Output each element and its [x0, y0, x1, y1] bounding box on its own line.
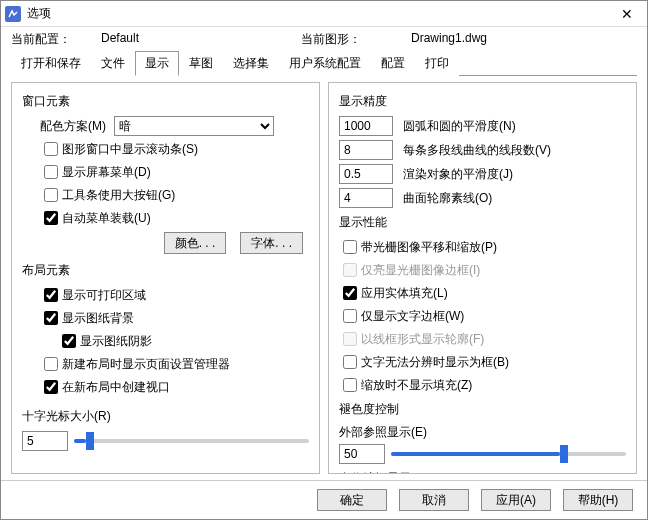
- xref-display-value[interactable]: [339, 444, 385, 464]
- lbl-screen-menu: 显示屏幕菜单(D): [62, 163, 151, 181]
- tab-0[interactable]: 打开和保存: [11, 51, 91, 76]
- chk-pan-zoom-raster[interactable]: [343, 240, 357, 254]
- chk-page-setup-mgr[interactable]: [44, 357, 58, 371]
- lbl-create-viewport: 在新布局中创建视口: [62, 378, 170, 396]
- tab-4[interactable]: 选择集: [223, 51, 279, 76]
- lbl-no-fill-zoom: 缩放时不显示填充(Z): [361, 376, 472, 394]
- chk-screen-menu[interactable]: [44, 165, 58, 179]
- chk-wireframe-silh: [343, 332, 357, 346]
- xref-display-label: 外部参照显示(E): [339, 424, 626, 441]
- tab-strip: 打开和保存文件显示草图选择集用户系统配置配置打印: [11, 50, 637, 76]
- crosshair-slider[interactable]: [74, 432, 309, 450]
- chk-paper-shadow[interactable]: [62, 334, 76, 348]
- color-scheme-select[interactable]: 暗: [114, 116, 274, 136]
- current-drawing-label: 当前图形：: [301, 31, 411, 48]
- current-config-value: Default: [101, 31, 301, 48]
- arc-smooth-label: 圆弧和圆的平滑度(N): [403, 118, 516, 135]
- group-precision: 显示精度: [339, 93, 626, 110]
- help-button[interactable]: 帮助(H): [563, 489, 633, 511]
- tab-6[interactable]: 配置: [371, 51, 415, 76]
- lbl-highlight-raster: 仅亮显光栅图像边框(I): [361, 261, 480, 279]
- lbl-auto-menu: 自动菜单装载(U): [62, 209, 151, 227]
- ok-button[interactable]: 确定: [317, 489, 387, 511]
- titlebar: 选项 ✕: [1, 1, 647, 27]
- tab-3[interactable]: 草图: [179, 51, 223, 76]
- group-fade-control: 褪色度控制: [339, 401, 626, 418]
- chk-text-boundary[interactable]: [343, 309, 357, 323]
- polyline-seg-input[interactable]: [339, 140, 393, 160]
- contour-lines-input[interactable]: [339, 188, 393, 208]
- cancel-button[interactable]: 取消: [399, 489, 469, 511]
- lbl-scrollbars: 图形窗口中显示滚动条(S): [62, 140, 198, 158]
- group-window-elements: 窗口元素: [22, 93, 309, 110]
- chk-solid-fill[interactable]: [343, 286, 357, 300]
- chk-create-viewport[interactable]: [44, 380, 58, 394]
- lbl-pan-zoom-raster: 带光栅图像平移和缩放(P): [361, 238, 497, 256]
- lbl-paper-shadow: 显示图纸阴影: [80, 332, 152, 350]
- render-smooth-label: 渲染对象的平滑度(J): [403, 166, 513, 183]
- polyline-seg-label: 每条多段线曲线的线段数(V): [403, 142, 551, 159]
- lbl-solid-fill: 应用实体填充(L): [361, 284, 448, 302]
- dialog-title: 选项: [27, 5, 611, 22]
- chk-auto-menu[interactable]: [44, 211, 58, 225]
- xref-display-slider[interactable]: [391, 445, 626, 463]
- tab-1[interactable]: 文件: [91, 51, 135, 76]
- tab-7[interactable]: 打印: [415, 51, 459, 76]
- app-icon: [5, 6, 21, 22]
- crosshair-value[interactable]: [22, 431, 68, 451]
- lbl-page-setup-mgr: 新建布局时显示页面设置管理器: [62, 355, 230, 373]
- lbl-true-color: 文字无法分辨时显示为框(B): [361, 353, 509, 371]
- chk-printable-area[interactable]: [44, 288, 58, 302]
- left-panel: 窗口元素 配色方案(M) 暗 图形窗口中显示滚动条(S) 显示屏幕菜单(D) 工…: [11, 82, 320, 474]
- lbl-printable-area: 显示可打印区域: [62, 286, 146, 304]
- contour-lines-label: 曲面轮廓素线(O): [403, 190, 492, 207]
- chk-highlight-raster: [343, 263, 357, 277]
- right-panel: 显示精度 圆弧和圆的平滑度(N) 每条多段线曲线的线段数(V) 渲染对象的平滑度…: [328, 82, 637, 474]
- crosshair-label: 十字光标大小(R): [22, 408, 309, 425]
- lbl-text-boundary: 仅显示文字边框(W): [361, 307, 464, 325]
- color-scheme-label: 配色方案(M): [40, 117, 106, 135]
- tab-2[interactable]: 显示: [135, 51, 179, 76]
- chk-scrollbars[interactable]: [44, 142, 58, 156]
- inplace-edit-label: 在位编辑显示(Y): [339, 470, 626, 474]
- chk-paper-bg[interactable]: [44, 311, 58, 325]
- group-layout-elements: 布局元素: [22, 262, 309, 279]
- info-row: 当前配置： Default 当前图形： Drawing1.dwg: [1, 27, 647, 50]
- chk-no-fill-zoom[interactable]: [343, 378, 357, 392]
- group-performance: 显示性能: [339, 214, 626, 231]
- lbl-wireframe-silh: 以线框形式显示轮廓(F): [361, 330, 484, 348]
- current-config-label: 当前配置：: [11, 31, 101, 48]
- apply-button[interactable]: 应用(A): [481, 489, 551, 511]
- chk-true-color[interactable]: [343, 355, 357, 369]
- render-smooth-input[interactable]: [339, 164, 393, 184]
- lbl-paper-bg: 显示图纸背景: [62, 309, 134, 327]
- btn-colors[interactable]: 颜色. . .: [164, 232, 227, 254]
- close-icon[interactable]: ✕: [611, 6, 643, 22]
- lbl-large-buttons: 工具条使用大按钮(G): [62, 186, 175, 204]
- chk-large-buttons[interactable]: [44, 188, 58, 202]
- arc-smooth-input[interactable]: [339, 116, 393, 136]
- current-drawing-value: Drawing1.dwg: [411, 31, 487, 48]
- dialog-footer: 确定 取消 应用(A) 帮助(H): [1, 480, 647, 519]
- tab-5[interactable]: 用户系统配置: [279, 51, 371, 76]
- btn-fonts[interactable]: 字体. . .: [240, 232, 303, 254]
